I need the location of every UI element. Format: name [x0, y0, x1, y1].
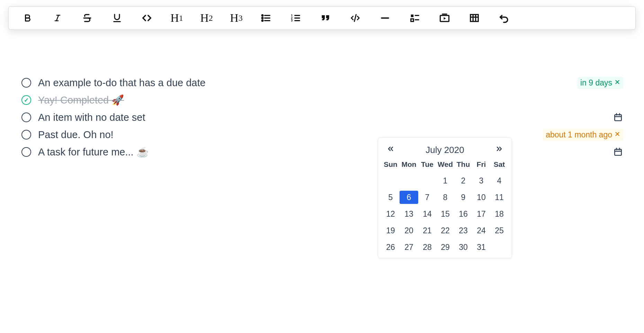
- calendar-day-selected[interactable]: 6: [400, 191, 418, 204]
- checkbox-unchecked[interactable]: [21, 112, 31, 122]
- close-icon: [614, 131, 620, 137]
- task-list-button[interactable]: [400, 8, 430, 28]
- clear-date-button[interactable]: [614, 130, 620, 139]
- due-date-badge[interactable]: in 9 days: [578, 77, 623, 89]
- italic-icon: [53, 13, 62, 23]
- undo-button[interactable]: [489, 8, 519, 28]
- bold-icon: [23, 13, 32, 23]
- todo-text[interactable]: An item with no date set: [38, 112, 145, 123]
- date-picker-popup: July 2020 SunMonTueWedThuFriSat123456789…: [378, 137, 512, 258]
- quote-icon: [320, 13, 331, 23]
- todo-text[interactable]: A task for future me... ☕: [38, 146, 149, 158]
- set-date-button[interactable]: [613, 112, 623, 123]
- calendar-day[interactable]: 23: [454, 224, 472, 237]
- calendar-day[interactable]: 18: [490, 207, 508, 220]
- calendar-day[interactable]: 30: [454, 241, 472, 254]
- set-date-button[interactable]: [613, 147, 623, 157]
- calendar-day[interactable]: 17: [472, 207, 490, 220]
- calendar-day[interactable]: 27: [400, 241, 418, 254]
- calendar-day[interactable]: 29: [436, 241, 454, 254]
- svg-rect-21: [411, 19, 414, 22]
- checkbox-checked[interactable]: [21, 95, 31, 105]
- next-month-button[interactable]: [494, 145, 504, 155]
- todo-text[interactable]: An example to-do that has a due date: [38, 77, 206, 89]
- calendar-day[interactable]: 3: [472, 174, 490, 187]
- calendar-day[interactable]: 28: [418, 241, 436, 254]
- svg-line-2: [56, 15, 59, 21]
- clear-date-button[interactable]: [614, 78, 620, 87]
- bullet-list-icon: [261, 13, 271, 23]
- svg-point-8: [262, 15, 263, 16]
- table-button[interactable]: [459, 8, 489, 28]
- due-date-badge[interactable]: about 1 month ago: [543, 129, 623, 141]
- inline-code-button[interactable]: [132, 8, 162, 28]
- code-block-icon: [349, 13, 361, 23]
- italic-button[interactable]: [43, 8, 72, 28]
- calendar-day[interactable]: 5: [382, 191, 400, 204]
- calendar-empty-cell: [418, 174, 436, 187]
- calendar-day[interactable]: 7: [418, 191, 436, 204]
- strikethrough-button[interactable]: [72, 8, 102, 28]
- calendar-day[interactable]: 4: [490, 174, 508, 187]
- checkbox-unchecked[interactable]: [21, 147, 31, 157]
- svg-line-17: [355, 15, 356, 21]
- h1-button[interactable]: H1: [162, 8, 191, 28]
- calendar-day[interactable]: 12: [382, 207, 400, 220]
- h3-button[interactable]: H3: [221, 8, 251, 28]
- checkbox-unchecked[interactable]: [21, 130, 31, 140]
- ordered-list-button[interactable]: 123: [281, 8, 311, 28]
- calendar-day[interactable]: 15: [436, 207, 454, 220]
- close-icon: [614, 79, 620, 85]
- h2-button[interactable]: H2: [191, 8, 221, 28]
- h1-label: H: [170, 11, 179, 25]
- calendar-day[interactable]: 16: [454, 207, 472, 220]
- calendar-day[interactable]: 31: [472, 241, 490, 254]
- calendar-day[interactable]: 11: [490, 191, 508, 204]
- bullet-list-button[interactable]: [251, 8, 281, 28]
- code-block-button[interactable]: [340, 8, 370, 28]
- task-list-icon: [410, 13, 420, 23]
- todo-list: An example to-do that has a due datein 9…: [21, 74, 623, 161]
- calendar-day[interactable]: 24: [472, 224, 490, 237]
- chevron-double-right-icon: [494, 145, 504, 153]
- due-date-text: about 1 month ago: [546, 130, 612, 140]
- svg-rect-19: [411, 15, 414, 17]
- calendar-day[interactable]: 21: [418, 224, 436, 237]
- calendar-dow: Sat: [490, 160, 508, 171]
- svg-point-9: [262, 17, 263, 19]
- calendar-day[interactable]: 19: [382, 224, 400, 237]
- quote-button[interactable]: [311, 8, 340, 28]
- calendar-dow: Wed: [436, 160, 454, 171]
- todo-text[interactable]: Past due. Oh no!: [38, 129, 114, 141]
- calendar-dow: Mon: [400, 160, 418, 171]
- calendar-day[interactable]: 1: [436, 174, 454, 187]
- media-icon: [439, 13, 450, 23]
- calendar-day[interactable]: 20: [400, 224, 418, 237]
- underline-button[interactable]: [102, 8, 132, 28]
- bold-button[interactable]: [13, 8, 43, 28]
- due-date-text: in 9 days: [580, 78, 612, 88]
- calendar-dow: Tue: [418, 160, 436, 171]
- calendar-day[interactable]: 14: [418, 207, 436, 220]
- todo-text[interactable]: Yay! Completed 🚀: [38, 94, 124, 106]
- hr-icon: [380, 13, 390, 23]
- editor-toolbar: H1 H2 H3 123: [8, 6, 636, 30]
- calendar-icon: [614, 113, 623, 122]
- calendar-day[interactable]: 13: [400, 207, 418, 220]
- calendar-day[interactable]: 9: [454, 191, 472, 204]
- code-angle-icon: [141, 13, 153, 23]
- media-button[interactable]: [430, 8, 459, 28]
- calendar-day[interactable]: 22: [436, 224, 454, 237]
- calendar-day[interactable]: 26: [382, 241, 400, 254]
- todo-item: An example to-do that has a due datein 9…: [21, 74, 623, 91]
- calendar-day[interactable]: 25: [490, 224, 508, 237]
- calendar-day[interactable]: 8: [436, 191, 454, 204]
- checkbox-unchecked[interactable]: [21, 78, 31, 88]
- calendar-day[interactable]: 2: [454, 174, 472, 187]
- prev-month-button[interactable]: [386, 145, 395, 155]
- calendar-day[interactable]: 10: [472, 191, 490, 204]
- calendar-grid: SunMonTueWedThuFriSat1234567891011121314…: [382, 160, 508, 254]
- horizontal-rule-button[interactable]: [370, 8, 400, 28]
- chevron-double-left-icon: [386, 145, 395, 153]
- calendar-month-label: July 2020: [426, 145, 464, 155]
